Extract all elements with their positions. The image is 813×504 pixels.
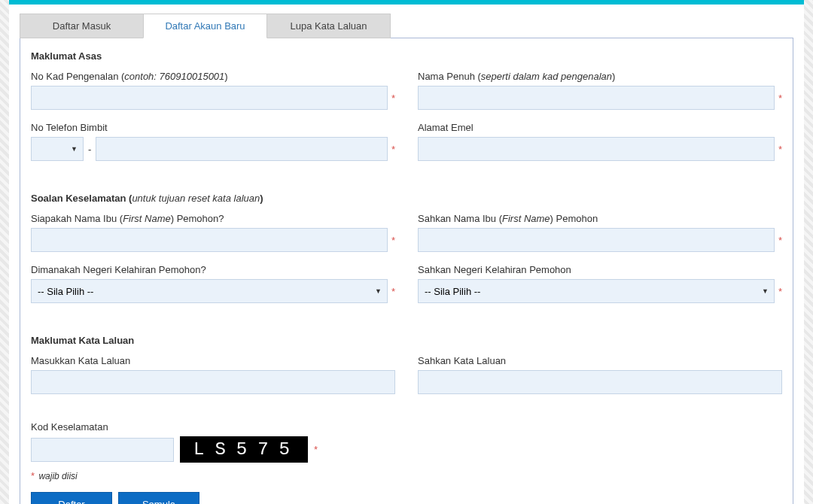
captcha-label: Kod Keselamatan bbox=[31, 421, 782, 433]
section-password-title: Maklumat Kata Laluan bbox=[31, 335, 782, 346]
required-star: * bbox=[391, 286, 395, 297]
mother-name-label: Siapakah Nama Ibu (First Name) Pemohon? bbox=[31, 213, 395, 224]
mother-name-confirm-label: Sahkan Nama Ibu (First Name) Pemohon bbox=[418, 213, 782, 224]
email-input[interactable] bbox=[418, 137, 775, 161]
nric-input[interactable] bbox=[31, 86, 388, 110]
password-input[interactable] bbox=[31, 370, 395, 394]
phone-prefix-select[interactable] bbox=[31, 137, 84, 161]
birth-state-label: Dimanakah Negeri Kelahiran Pemohon? bbox=[31, 264, 395, 275]
required-star: * bbox=[778, 235, 782, 246]
password-confirm-input[interactable] bbox=[418, 370, 782, 394]
required-star: * bbox=[778, 93, 782, 104]
mother-name-input[interactable] bbox=[31, 228, 388, 252]
submit-button[interactable]: Daftar bbox=[31, 492, 112, 504]
nric-label: No Kad Pengenalan (contoh: 760910015001) bbox=[31, 71, 395, 82]
email-label: Alamat Emel bbox=[418, 122, 782, 133]
captcha-input[interactable] bbox=[31, 438, 174, 462]
section-basic-title: Maklumat Asas bbox=[31, 50, 782, 62]
birth-state-confirm-label: Sahkan Negeri Kelahiran Pemohon bbox=[418, 264, 782, 275]
required-star: * bbox=[391, 93, 395, 104]
reset-button[interactable]: Semula bbox=[118, 492, 199, 504]
tab-forgot-password[interactable]: Lupa Kata Laluan bbox=[266, 14, 391, 38]
captcha-image: LS575 bbox=[180, 436, 308, 463]
fullname-label: Nama Penuh (seperti dalam kad pengenalan… bbox=[418, 71, 782, 82]
mandatory-note: * wajib diisi bbox=[31, 470, 782, 481]
birth-state-confirm-select[interactable]: -- Sila Pilih -- bbox=[418, 279, 775, 303]
phone-separator: - bbox=[88, 144, 91, 155]
phone-number-input[interactable] bbox=[96, 137, 388, 161]
phone-label: No Telefon Bimbit bbox=[31, 122, 395, 133]
tab-login[interactable]: Daftar Masuk bbox=[20, 14, 144, 38]
birth-state-select[interactable]: -- Sila Pilih -- bbox=[31, 279, 388, 303]
required-star: * bbox=[314, 444, 318, 455]
form-panel: Maklumat Asas No Kad Pengenalan (contoh:… bbox=[20, 38, 793, 504]
tab-register[interactable]: Daftar Akaun Baru bbox=[143, 14, 267, 38]
fullname-input[interactable] bbox=[418, 86, 775, 110]
mother-name-confirm-input[interactable] bbox=[418, 228, 775, 252]
section-security-title: Soalan Keselamatan (untuk tujuan reset k… bbox=[31, 193, 782, 204]
required-star: * bbox=[391, 144, 395, 155]
password-label: Masukkan Kata Laluan bbox=[31, 355, 395, 366]
required-star: * bbox=[391, 235, 395, 246]
required-star: * bbox=[778, 144, 782, 155]
password-confirm-label: Sahkan Kata Laluan bbox=[418, 355, 782, 366]
tab-bar: Daftar Masuk Daftar Akaun Baru Lupa Kata… bbox=[20, 14, 793, 38]
required-star: * bbox=[778, 286, 782, 297]
